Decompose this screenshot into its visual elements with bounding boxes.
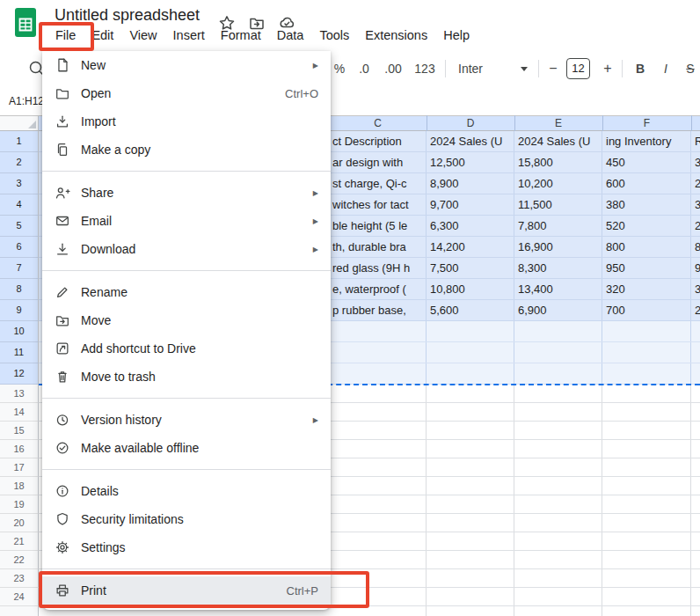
row-header-19[interactable]: 19 — [0, 495, 39, 514]
menu-item-settings[interactable]: Settings — [42, 533, 331, 561]
cell[interactable] — [427, 551, 514, 568]
cell[interactable]: ble height (5 le — [329, 216, 427, 236]
cell[interactable]: 3 — [691, 279, 700, 299]
cell[interactable]: 2 — [691, 216, 700, 236]
row-header-18[interactable]: 18 — [0, 477, 39, 495]
menu-item-move-to-trash[interactable]: Move to trash — [42, 363, 331, 391]
cell[interactable] — [514, 588, 602, 605]
cell[interactable] — [602, 551, 691, 568]
cell[interactable]: 600 — [602, 173, 691, 194]
row-header-25[interactable] — [0, 606, 39, 616]
cell[interactable] — [329, 514, 427, 532]
cell[interactable] — [329, 321, 427, 341]
menubar-item-extensions[interactable]: Extensions — [357, 26, 435, 45]
row-header-17[interactable]: 17 — [0, 458, 39, 477]
column-header-e[interactable]: E — [514, 115, 602, 131]
cell[interactable]: 8,300 — [514, 258, 602, 278]
cell[interactable] — [691, 363, 700, 384]
percent-format-button[interactable]: % — [331, 49, 348, 88]
cell[interactable] — [691, 532, 700, 550]
cell[interactable] — [427, 477, 514, 495]
menubar-item-format[interactable]: Format — [213, 26, 269, 45]
name-box[interactable]: A1:H12 — [9, 88, 44, 115]
menu-item-details[interactable]: Details — [42, 477, 331, 505]
cell[interactable] — [329, 551, 427, 568]
cell[interactable] — [427, 458, 514, 476]
menubar-item-insert[interactable]: Insert — [165, 26, 213, 45]
cell[interactable] — [602, 385, 691, 402]
cell[interactable] — [427, 495, 514, 513]
cell[interactable] — [427, 532, 514, 550]
cell[interactable]: 320 — [602, 279, 691, 299]
cell[interactable] — [329, 342, 427, 363]
cell[interactable]: 15,800 — [514, 152, 602, 172]
cell[interactable]: 2 — [691, 300, 700, 320]
cell[interactable] — [329, 385, 427, 402]
cell[interactable] — [514, 342, 602, 363]
cell[interactable] — [427, 440, 514, 458]
cell[interactable] — [514, 403, 602, 421]
cell[interactable]: 12,500 — [427, 152, 514, 172]
cell[interactable] — [514, 495, 602, 513]
cell[interactable] — [691, 569, 700, 587]
cell[interactable] — [602, 342, 691, 363]
cell[interactable] — [602, 440, 691, 458]
cell[interactable] — [514, 532, 602, 550]
cell[interactable] — [691, 606, 700, 616]
cell[interactable] — [427, 385, 514, 402]
menu-item-make-a-copy[interactable]: Make a copy — [42, 136, 331, 164]
cell[interactable] — [602, 514, 691, 532]
cell[interactable] — [602, 422, 691, 439]
menubar-item-view[interactable]: View — [121, 26, 164, 45]
cell[interactable]: 14,200 — [427, 237, 514, 257]
cell[interactable]: 5,600 — [427, 300, 514, 320]
menu-item-share[interactable]: Share▶ — [42, 179, 331, 207]
cell[interactable] — [691, 321, 700, 341]
menu-item-email[interactable]: Email▶ — [42, 207, 331, 235]
cell[interactable]: 2024 Sales (U — [427, 131, 514, 151]
row-header-15[interactable]: 15 — [0, 422, 39, 440]
row-header-21[interactable]: 21 — [0, 532, 39, 551]
cell[interactable] — [329, 477, 427, 495]
number-format-button[interactable]: 123 — [412, 49, 438, 88]
row-header-10[interactable]: 10 — [0, 321, 39, 342]
cell[interactable] — [691, 551, 700, 568]
cell[interactable] — [329, 495, 427, 513]
cell[interactable]: 3 — [691, 194, 700, 215]
menu-item-security-limitations[interactable]: Security limitations — [42, 505, 331, 533]
cell[interactable] — [602, 495, 691, 513]
row-header-1[interactable]: 1 — [0, 131, 39, 152]
cell[interactable] — [329, 363, 427, 384]
row-header-12[interactable]: 12 — [0, 363, 39, 385]
cell[interactable]: 6,300 — [427, 216, 514, 236]
cell[interactable] — [427, 321, 514, 341]
cell[interactable]: ar design with — [329, 152, 427, 172]
cell[interactable] — [691, 495, 700, 513]
cell[interactable]: 10,200 — [514, 173, 602, 194]
row-header-14[interactable]: 14 — [0, 403, 39, 422]
row-header-20[interactable]: 20 — [0, 514, 39, 532]
cell[interactable] — [514, 321, 602, 341]
menu-item-add-shortcut-to-drive[interactable]: Add shortcut to Drive — [42, 334, 331, 363]
column-header-f[interactable]: F — [602, 115, 691, 131]
cell[interactable]: 8,900 — [427, 173, 514, 194]
chevron-down-icon[interactable] — [521, 67, 528, 71]
cell[interactable]: R — [691, 131, 700, 151]
row-header-11[interactable]: 11 — [0, 342, 39, 363]
row-header-7[interactable]: 7 — [0, 258, 39, 279]
strikethrough-button[interactable]: S — [679, 49, 700, 88]
menu-item-open[interactable]: OpenCtrl+O — [42, 79, 331, 107]
select-all-corner[interactable] — [0, 115, 39, 131]
cell[interactable]: ing Inventory — [602, 131, 691, 151]
cell[interactable] — [602, 403, 691, 421]
cell[interactable]: p rubber base, — [329, 300, 427, 320]
cell[interactable] — [427, 422, 514, 439]
cell[interactable] — [691, 514, 700, 532]
cell[interactable] — [329, 532, 427, 550]
cell[interactable] — [514, 551, 602, 568]
menu-item-version-history[interactable]: Version history▶ — [42, 406, 331, 434]
font-family-select[interactable]: Inter — [458, 49, 511, 88]
menubar-item-tools[interactable]: Tools — [311, 26, 357, 45]
cell[interactable] — [514, 606, 602, 616]
increase-font-size-button[interactable]: + — [598, 49, 617, 88]
